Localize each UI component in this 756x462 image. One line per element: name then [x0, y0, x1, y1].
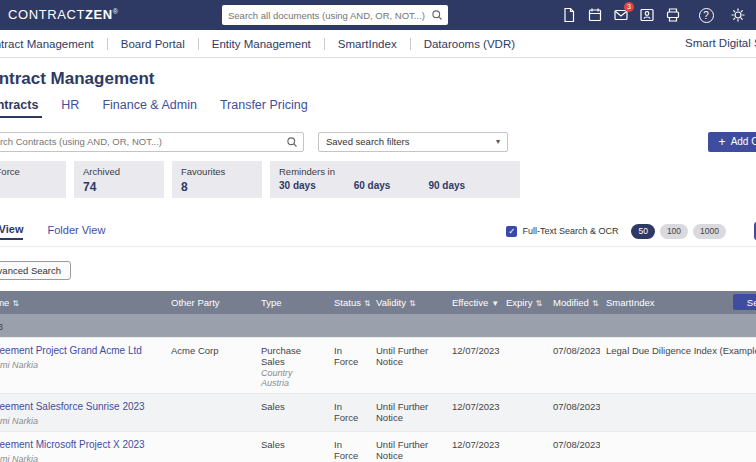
view-bar-right: ✓ Full-Text Search & OCR 50 100 1000 +: [506, 222, 756, 240]
cell-validity: Until Further Notice: [370, 338, 446, 394]
stat-card-archived[interactable]: Archived 74: [74, 161, 164, 198]
col-modified[interactable]: Modified⇅: [547, 291, 600, 314]
table-row[interactable]: Agreement Salesforce Sunrise 2023Sami Na…: [0, 394, 756, 432]
stat-card-favourites[interactable]: Favourites 8: [172, 161, 262, 198]
tab-finance-admin[interactable]: Finance & Admin: [98, 98, 201, 118]
page-size-50[interactable]: 50: [631, 224, 654, 239]
select-button[interactable]: Select: [733, 294, 756, 310]
stat-label: Archived: [83, 166, 155, 177]
col-label: Validity: [376, 297, 406, 308]
page-size-1000[interactable]: 1000: [693, 224, 726, 239]
cell-other-party: Acme Corp: [165, 338, 255, 394]
logo-text: CONTRACT: [8, 7, 85, 22]
tab-contracts[interactable]: Contracts: [0, 98, 42, 118]
col-other-party[interactable]: Other Party: [165, 291, 255, 314]
page-title: Contract Management: [0, 69, 756, 89]
reminder-90-days[interactable]: 90 days: [428, 180, 465, 191]
page-size-100[interactable]: 100: [660, 224, 688, 239]
global-search[interactable]: [222, 5, 448, 25]
contracts-search-input[interactable]: [0, 136, 286, 147]
type-text: Purchase Sales: [261, 345, 322, 367]
col-label: Expiry: [506, 297, 532, 308]
reminder-60-days[interactable]: 60 days: [354, 180, 391, 191]
table-header-row: Name⇅ Other Party Type Status⇅ Validity⇅…: [0, 291, 756, 314]
topbar-icon-group: 3: [558, 4, 684, 26]
col-expiry[interactable]: Expiry⇅: [500, 291, 547, 314]
year-group-label: 2023: [0, 314, 756, 338]
sort-icon[interactable]: ⇅: [12, 299, 19, 308]
col-label: Effective: [452, 297, 488, 308]
contracts-search[interactable]: [0, 132, 304, 152]
reminder-30-days[interactable]: 30 days: [279, 180, 316, 191]
mail-icon[interactable]: 3: [610, 4, 632, 26]
cell-type: Sales: [255, 394, 328, 432]
help-icon[interactable]: ?: [695, 4, 717, 26]
nav-smartindex[interactable]: SmartIndex: [324, 38, 410, 50]
nav-board-portal[interactable]: Board Portal: [107, 38, 198, 50]
contractzen-logo[interactable]: CONTRACTZEN®: [8, 7, 119, 22]
contacts-icon[interactable]: [636, 4, 658, 26]
cell-effective: 12/07/2023: [446, 432, 500, 462]
app-page: CONTRACTZEN® 3 ? Contract Management Boa…: [0, 0, 756, 462]
col-validity[interactable]: Validity⇅: [370, 291, 446, 314]
file-icon[interactable]: [558, 4, 580, 26]
table-row[interactable]: Agreement Project Grand Acme LtdSami Nar…: [0, 338, 756, 394]
cell-effective: 12/07/2023: [446, 394, 500, 432]
tab-list-view[interactable]: List View: [0, 223, 23, 240]
saved-filters-dropdown[interactable]: Saved search filters ▾: [318, 132, 508, 152]
cell-expiry: [500, 394, 547, 432]
col-name[interactable]: Name⇅: [0, 291, 165, 314]
stat-label: In Force: [0, 166, 57, 177]
contract-link[interactable]: Agreement Microsoft Project X 2023: [0, 439, 159, 450]
tab-transfer-pricing[interactable]: Transfer Pricing: [216, 98, 312, 118]
sort-icon[interactable]: ⇅: [364, 299, 370, 308]
add-contract-label: Add Contract: [731, 136, 756, 147]
nav-smart-digital-services[interactable]: Smart Digital Services: [685, 37, 756, 49]
col-label: Modified: [553, 297, 589, 308]
printer-icon[interactable]: [662, 4, 684, 26]
calendar-icon[interactable]: [584, 4, 606, 26]
search-icon: [431, 9, 443, 21]
col-type[interactable]: Type: [255, 291, 328, 314]
cell-modified: 07/08/2023: [547, 338, 600, 394]
col-label: Type: [261, 297, 282, 308]
col-effective[interactable]: Effective▼: [446, 291, 500, 314]
nav-contract-management[interactable]: Contract Management: [0, 38, 107, 50]
cell-smartindex: [600, 394, 756, 432]
saved-filters-label: Saved search filters: [326, 136, 409, 147]
cell-expiry: [500, 432, 547, 462]
contract-owner: Sami Narkia: [0, 454, 159, 462]
cell-validity: Until Further Notice: [370, 432, 446, 462]
contracts-table: Name⇅ Other Party Type Status⇅ Validity⇅…: [0, 291, 756, 462]
app-viewport: CONTRACTZEN® 3 ? Contract Management Boa…: [0, 0, 756, 462]
contract-owner: Sami Narkia: [0, 416, 159, 426]
advanced-search-row: Advanced Search: [0, 260, 756, 280]
table-row[interactable]: Agreement Microsoft Project X 2023Sami N…: [0, 432, 756, 462]
cell-modified: 07/08/2023: [547, 432, 600, 462]
nav-datarooms[interactable]: Datarooms (VDR): [410, 38, 528, 50]
content: Contract Management Contracts HR Finance…: [0, 69, 756, 462]
sort-icon[interactable]: ⇅: [535, 299, 542, 308]
contract-link[interactable]: Agreement Salesforce Sunrise 2023: [0, 401, 159, 412]
sort-desc-icon[interactable]: ▼: [491, 299, 499, 308]
module-tabs: Contracts HR Finance & Admin Transfer Pr…: [0, 98, 756, 118]
nav-entity-management[interactable]: Entity Management: [198, 38, 324, 50]
tab-folder-view[interactable]: Folder View: [47, 224, 105, 239]
cell-other-party: [165, 394, 255, 432]
fulltext-checkbox[interactable]: ✓: [506, 226, 517, 237]
contracts-table-wrap: Select Name⇅ Other Party Type Status⇅ Va…: [0, 291, 756, 462]
year-group-row[interactable]: 2023: [0, 314, 756, 338]
cell-smartindex: Legal Due Diligence Index (Example): [600, 338, 756, 394]
sort-icon[interactable]: ⇅: [592, 299, 599, 308]
tab-hr[interactable]: HR: [57, 98, 83, 118]
contract-link[interactable]: Agreement Project Grand Acme Ltd: [0, 345, 159, 356]
gear-icon[interactable]: [727, 4, 749, 26]
sort-icon[interactable]: ⇅: [409, 299, 416, 308]
cell-other-party: [165, 432, 255, 462]
add-contract-button[interactable]: + Add Contract: [708, 132, 756, 152]
type-note: Country Austria: [261, 368, 322, 388]
global-search-input[interactable]: [222, 10, 431, 21]
col-status[interactable]: Status⇅: [328, 291, 370, 314]
advanced-search-button[interactable]: Advanced Search: [0, 261, 71, 280]
stat-card-in-force[interactable]: In Force: [0, 161, 66, 198]
